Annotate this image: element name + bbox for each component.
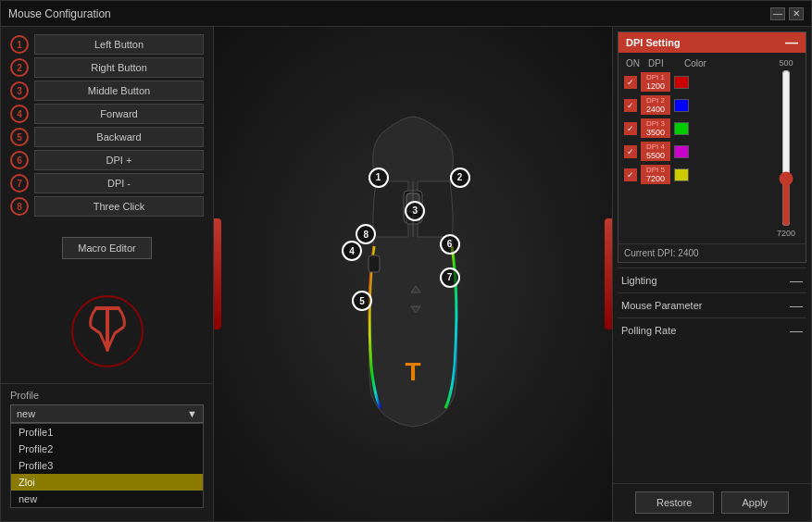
profile-item-new[interactable]: new bbox=[11, 491, 203, 507]
dpi-slider[interactable] bbox=[777, 69, 795, 227]
button-row-5: 5 Backward bbox=[10, 127, 204, 147]
right-accent-bar bbox=[605, 218, 612, 329]
polling-rate-header[interactable]: Polling Rate — bbox=[618, 318, 806, 342]
polling-rate-title: Polling Rate bbox=[621, 325, 676, 336]
mouse-parameter-title: Mouse Parameter bbox=[621, 300, 702, 311]
lighting-toggle-icon: — bbox=[790, 274, 803, 287]
col-dpi-header: DPI bbox=[648, 58, 681, 68]
dpi-value-1[interactable]: DPI 1 1200 bbox=[641, 72, 670, 92]
profile-section: Profile new ▼ Profile1Profile2Profile3Zl… bbox=[1, 383, 213, 514]
button-number-8: 8 bbox=[10, 197, 29, 216]
dpi-title: DPI Setting bbox=[626, 37, 681, 48]
brand-logo bbox=[70, 294, 144, 368]
button-row-6: 6 DPI + bbox=[10, 150, 204, 170]
svg-rect-4 bbox=[369, 255, 380, 272]
dpi-color-swatch-1[interactable] bbox=[674, 76, 689, 89]
profile-item-profile3[interactable]: Profile3 bbox=[11, 457, 203, 474]
button-number-5: 5 bbox=[10, 128, 29, 146]
mouse-container: T 12345678 bbox=[311, 107, 515, 441]
center-panel: T 12345678 bbox=[214, 27, 612, 521]
dpi-color-swatch-2[interactable] bbox=[674, 99, 689, 112]
col-on-header: ON bbox=[626, 58, 644, 68]
mouse-parameter-header[interactable]: Mouse Parameter — bbox=[618, 293, 806, 317]
button-label-8[interactable]: Three Click bbox=[34, 196, 204, 217]
close-button[interactable]: ✕ bbox=[789, 7, 804, 20]
button-label-3[interactable]: Middle Button bbox=[34, 81, 204, 101]
button-label-5[interactable]: Backward bbox=[34, 127, 204, 147]
left-panel: 1 Left Button 2 Right Button 3 Middle Bu… bbox=[1, 27, 214, 521]
minimize-button[interactable]: — bbox=[770, 7, 785, 20]
right-panel: DPI Setting — ON DPI Color DPI 1 1200 bbox=[612, 27, 811, 521]
left-accent-bar bbox=[214, 218, 221, 329]
button-label-6[interactable]: DPI + bbox=[34, 150, 204, 170]
button-number-7: 7 bbox=[10, 174, 29, 193]
dpi-checkbox-4[interactable] bbox=[624, 145, 637, 158]
dpi-rows: DPI 1 1200 DPI 2 2400 DPI 3 3500 DPI 4 5… bbox=[624, 72, 768, 184]
dpi-value-2[interactable]: DPI 2 2400 bbox=[641, 95, 670, 115]
dpi-color-swatch-4[interactable] bbox=[674, 145, 689, 158]
profile-item-profile2[interactable]: Profile2 bbox=[11, 441, 203, 457]
dpi-table: ON DPI Color DPI 1 1200 DPI 2 2400 DPI 3… bbox=[624, 58, 768, 238]
mouse-marker-1: 1 bbox=[369, 168, 389, 188]
mouse-marker-7: 7 bbox=[440, 267, 460, 288]
title-bar: Mouse Configuration — ✕ bbox=[1, 1, 811, 27]
polling-rate-section: Polling Rate — bbox=[618, 317, 806, 342]
dpi-checkbox-5[interactable] bbox=[624, 168, 637, 181]
button-row-8: 8 Three Click bbox=[10, 196, 204, 217]
profile-item-profile1[interactable]: Profile1 bbox=[11, 424, 203, 441]
profile-list: Profile1Profile2Profile3Zloinew bbox=[10, 423, 204, 508]
mouse-parameter-section: Mouse Parameter — bbox=[618, 292, 806, 317]
logo-area bbox=[1, 280, 213, 383]
button-number-6: 6 bbox=[10, 151, 29, 169]
macro-editor-button[interactable]: Macro Editor bbox=[62, 237, 151, 259]
button-label-7[interactable]: DPI - bbox=[34, 173, 204, 193]
dpi-value-4[interactable]: DPI 4 5500 bbox=[641, 142, 670, 161]
dpi-col-headers: ON DPI Color bbox=[624, 58, 768, 68]
mouse-marker-6: 6 bbox=[440, 234, 460, 255]
col-color-header: Color bbox=[684, 58, 717, 68]
mouse-marker-4: 4 bbox=[342, 241, 362, 261]
button-number-2: 2 bbox=[10, 58, 29, 77]
mouse-marker-2: 2 bbox=[450, 168, 470, 188]
dpi-value-5[interactable]: DPI 5 7200 bbox=[641, 165, 670, 184]
button-label-1[interactable]: Left Button bbox=[34, 34, 204, 55]
button-list: 1 Left Button 2 Right Button 3 Middle Bu… bbox=[1, 34, 213, 217]
button-row-4: 4 Forward bbox=[10, 104, 204, 124]
slider-min-label: 7200 bbox=[777, 229, 795, 238]
profile-dropdown[interactable]: new ▼ bbox=[10, 404, 204, 423]
lighting-title: Lighting bbox=[621, 275, 657, 286]
dpi-checkbox-3[interactable] bbox=[624, 122, 637, 135]
button-number-1: 1 bbox=[10, 35, 29, 54]
dpi-minimize-button[interactable]: — bbox=[785, 36, 798, 49]
profile-item-zloi[interactable]: Zloi bbox=[11, 474, 203, 491]
dpi-row-3: DPI 3 3500 bbox=[624, 118, 768, 138]
button-label-4[interactable]: Forward bbox=[34, 104, 204, 124]
button-label-2[interactable]: Right Button bbox=[34, 57, 204, 78]
lighting-header[interactable]: Lighting — bbox=[618, 268, 806, 292]
dropdown-arrow-icon: ▼ bbox=[187, 408, 197, 419]
profile-current-value: new bbox=[17, 408, 35, 419]
dpi-value-3[interactable]: DPI 3 3500 bbox=[641, 118, 670, 138]
apply-button[interactable]: Apply bbox=[721, 491, 790, 514]
dpi-checkbox-1[interactable] bbox=[624, 76, 637, 89]
dpi-checkbox-2[interactable] bbox=[624, 99, 637, 112]
mouse-marker-3: 3 bbox=[405, 201, 425, 221]
mouse-image: T bbox=[311, 107, 515, 441]
dpi-color-swatch-5[interactable] bbox=[674, 168, 689, 181]
dpi-color-swatch-3[interactable] bbox=[674, 122, 689, 135]
main-window: Mouse Configuration — ✕ 1 Left Button 2 … bbox=[0, 0, 812, 522]
button-number-3: 3 bbox=[10, 81, 29, 100]
restore-button[interactable]: Restore bbox=[635, 491, 714, 514]
dpi-slider-area: 500 7200 bbox=[772, 58, 800, 238]
dpi-section: DPI Setting — ON DPI Color DPI 1 1200 bbox=[618, 31, 806, 263]
button-row-2: 2 Right Button bbox=[10, 57, 204, 78]
svg-text:T: T bbox=[405, 357, 420, 386]
mouse-parameter-toggle-icon: — bbox=[790, 299, 803, 312]
dpi-content: ON DPI Color DPI 1 1200 DPI 2 2400 DPI 3… bbox=[618, 53, 806, 243]
current-dpi-display: Current DPI: 2400 bbox=[618, 243, 806, 262]
bottom-buttons: Restore Apply bbox=[613, 483, 811, 521]
dpi-row-4: DPI 4 5500 bbox=[624, 142, 768, 161]
dpi-row-5: DPI 5 7200 bbox=[624, 165, 768, 184]
profile-label: Profile bbox=[10, 390, 204, 401]
lighting-section: Lighting — bbox=[618, 267, 806, 292]
